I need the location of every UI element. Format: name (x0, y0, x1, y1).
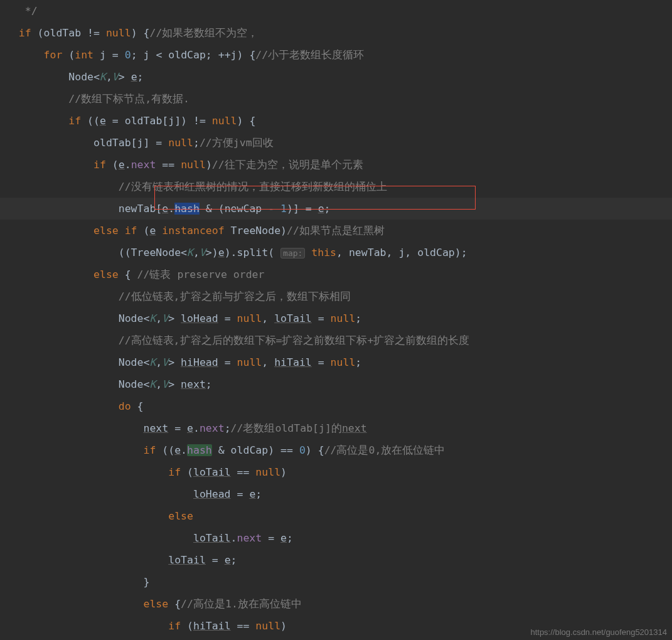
code-line[interactable]: newTab[e.hash & (newCap - 1)] = e; (0, 198, 672, 220)
code-token: K (149, 378, 156, 390)
code-token: . (231, 532, 237, 544)
code-token: e (318, 203, 324, 215)
code-token: ) { (131, 27, 150, 39)
code-token: >) (206, 247, 218, 259)
code-token: ; j < oldCap; ++j) { (131, 49, 256, 61)
code-token: , (156, 378, 162, 390)
code-token: ( (106, 159, 119, 171)
code-token: . (168, 203, 174, 215)
code-token: Node< (119, 378, 150, 390)
code-token: ( (137, 225, 150, 237)
code-line[interactable]: //数组下标节点,有数据. (0, 88, 672, 110)
code-line[interactable]: if ((e = oldTab[j]) != null) { (0, 110, 672, 132)
code-line[interactable]: else { //链表 preserve order (0, 264, 672, 285)
code-token: if (93, 159, 106, 171)
code-token: loTail (193, 466, 231, 478)
code-token (156, 225, 162, 237)
code-line[interactable]: if (loTail == null) (0, 461, 672, 483)
code-line[interactable]: else {//高位是1.放在高位链中 (0, 593, 672, 615)
code-token: else (168, 510, 193, 522)
code-token: K (187, 247, 193, 259)
code-token: ; (255, 488, 262, 500)
code-token: //没有链表和红黑树的情况，直接迁移到新数组的桶位上 (119, 181, 387, 193)
code-line[interactable]: hiHead = e; (0, 637, 672, 640)
code-token: loTail (168, 554, 206, 566)
code-token: , (193, 247, 200, 259)
code-token: next (237, 532, 262, 544)
code-token: ; (324, 203, 331, 215)
code-line[interactable]: if ((e.hash & oldCap) == 0) {//高位是0,放在低位… (0, 439, 672, 461)
code-line[interactable]: ((TreeNode<K,V>)e).split( map: this, new… (0, 242, 672, 264)
code-token: //如果老数组不为空， (149, 27, 258, 39)
code-line[interactable]: Node<K,V> next; (0, 373, 672, 395)
code-token: hiTail (193, 620, 231, 632)
code-token: for (44, 49, 63, 61)
code-editor[interactable]: */ if (oldTab != null) {//如果老数组不为空， for … (0, 0, 672, 640)
code-token: do (119, 400, 131, 412)
code-token: hiTail (274, 356, 312, 368)
code-token: hash (187, 444, 212, 456)
code-token: j = (93, 49, 125, 61)
code-token: null (255, 466, 280, 478)
code-line[interactable]: } (0, 571, 672, 593)
code-token: null (331, 356, 356, 368)
code-token (305, 247, 311, 259)
code-token: e (162, 203, 168, 215)
code-token: = (168, 422, 187, 434)
code-line[interactable]: if (e.next == null)//往下走为空，说明是单个元素 (0, 154, 672, 176)
code-token: V (162, 312, 168, 324)
code-line[interactable]: next = e.next;//老数组oldTab[j]的next (0, 417, 672, 439)
code-token: ; (225, 422, 231, 434)
code-token: null (181, 159, 206, 171)
code-token: next (143, 422, 168, 434)
code-token: , (156, 312, 162, 324)
code-token: //小于老数组长度循环 (255, 49, 364, 61)
code-line[interactable]: */ (0, 0, 672, 22)
code-line[interactable]: do { (0, 395, 672, 417)
code-token: (( (81, 115, 100, 127)
code-line[interactable]: Node<K,V> loHead = null, loTail = null; (0, 307, 672, 329)
code-token: //老数组oldTab[j]的 (231, 422, 342, 434)
code-token: ( (181, 620, 193, 632)
code-token: hash (174, 203, 200, 215)
code-line[interactable]: loTail.next = e; (0, 527, 672, 549)
code-token: ) { (237, 115, 256, 127)
code-token: , (106, 71, 112, 83)
code-token: oldTab[j] = (93, 137, 168, 149)
code-token: loTail (193, 532, 231, 544)
code-line[interactable]: Node<K,V> hiHead = null, hiTail = null; (0, 351, 672, 373)
code-token: & (newCap - (200, 203, 280, 215)
code-line[interactable]: else if (e instanceof TreeNode)//如果节点是红黑… (0, 220, 672, 242)
code-token: instanceof (162, 225, 224, 237)
code-token: //数组下标节点,有数据. (68, 93, 189, 105)
code-line[interactable]: loTail = e; (0, 549, 672, 571)
code-line[interactable]: //高位链表,扩容之后的数组下标=扩容之前数组下标+扩容之前数组的长度 (0, 329, 672, 351)
code-line[interactable]: Node<K,V> e; (0, 66, 672, 88)
code-line[interactable]: //低位链表,扩容之前与扩容之后，数组下标相同 (0, 285, 672, 307)
code-token: = oldTab[j]) != (106, 115, 212, 127)
code-token: = (218, 312, 237, 324)
code-token: K (149, 356, 156, 368)
code-token: next (200, 422, 225, 434)
code-line[interactable]: else (0, 505, 672, 527)
code-token: this (311, 247, 336, 259)
code-token: V (112, 71, 119, 83)
code-token: e (249, 488, 255, 500)
code-line[interactable]: if (oldTab != null) {//如果老数组不为空， (0, 22, 672, 44)
code-token: > (168, 312, 181, 324)
code-token: ( (62, 49, 75, 61)
code-token: */ (25, 5, 38, 17)
code-token: Node< (119, 312, 150, 324)
code-token: e (100, 115, 106, 127)
code-token: > (168, 356, 181, 368)
code-token: K (149, 312, 156, 324)
code-line[interactable]: //没有链表和红黑树的情况，直接迁移到新数组的桶位上 (0, 176, 672, 198)
code-token: ; (137, 71, 144, 83)
code-token: if (168, 466, 181, 478)
code-token: null (331, 312, 356, 324)
code-line[interactable]: for (int j = 0; j < oldCap; ++j) {//小于老数… (0, 44, 672, 66)
code-token: ; (231, 554, 237, 566)
code-token: null (255, 620, 280, 632)
code-line[interactable]: oldTab[j] = null;//方便jvm回收 (0, 132, 672, 154)
code-line[interactable]: loHead = e; (0, 483, 672, 505)
